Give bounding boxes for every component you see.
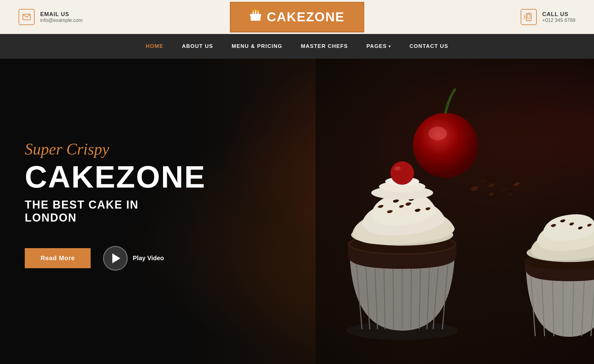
- nav-chefs[interactable]: MASTER CHEFS: [301, 40, 348, 53]
- play-video-label: Play Video: [133, 255, 164, 262]
- phone-contact: CALL US +012 345 6789: [521, 9, 575, 25]
- hero-title: CAKEZONE: [25, 161, 186, 192]
- phone-icon: [521, 9, 537, 25]
- hero-content: Super Crispy CAKEZONE THE BEST CAKE IN L…: [0, 59, 186, 364]
- read-more-button[interactable]: Read More: [25, 248, 91, 268]
- phone-text: CALL US +012 345 6789: [542, 11, 575, 23]
- email-value: info@example.com: [40, 18, 83, 23]
- play-triangle-icon: [112, 253, 120, 263]
- svg-point-28: [413, 113, 478, 178]
- play-circle: [103, 246, 128, 271]
- svg-point-47: [394, 166, 401, 171]
- call-value: +012 345 6789: [542, 18, 575, 23]
- svg-point-4: [252, 10, 254, 12]
- hero-tagline: THE BEST CAKE IN LONDON: [25, 198, 186, 224]
- svg-point-6: [257, 10, 259, 12]
- top-bar: EMAIL US info@example.com CAKEZONE: [0, 0, 594, 34]
- nav-about[interactable]: ABOUT US: [182, 40, 213, 53]
- play-video-button[interactable]: Play Video: [103, 246, 164, 271]
- hero-buttons: Read More Play Video: [25, 246, 186, 271]
- svg-point-29: [428, 127, 447, 140]
- call-label: CALL US: [542, 11, 575, 18]
- email-label: EMAIL US: [40, 11, 83, 18]
- cake-icon: [249, 10, 262, 25]
- logo-text: CAKEZONE: [267, 10, 345, 24]
- svg-rect-8: [250, 14, 261, 16]
- svg-point-46: [390, 161, 414, 185]
- hero-subtitle: Super Crispy: [25, 140, 186, 158]
- email-icon: [19, 9, 35, 25]
- hero-image: [254, 59, 594, 364]
- nav-menu[interactable]: MENU & PRICING: [232, 40, 282, 53]
- nav-home[interactable]: HOME: [146, 40, 163, 53]
- nav-pages[interactable]: PAGES ▾: [367, 40, 391, 53]
- pages-dropdown-arrow: ▾: [389, 44, 391, 49]
- navigation: HOME ABOUT US MENU & PRICING MASTER CHEF…: [0, 34, 594, 59]
- email-text: EMAIL US info@example.com: [40, 11, 83, 23]
- hero-section: Super Crispy CAKEZONE THE BEST CAKE IN L…: [0, 59, 594, 364]
- nav-contact[interactable]: CONTACT US: [410, 40, 448, 53]
- email-contact: EMAIL US info@example.com: [19, 9, 83, 25]
- svg-rect-10: [527, 14, 530, 19]
- logo[interactable]: CAKEZONE: [230, 2, 364, 32]
